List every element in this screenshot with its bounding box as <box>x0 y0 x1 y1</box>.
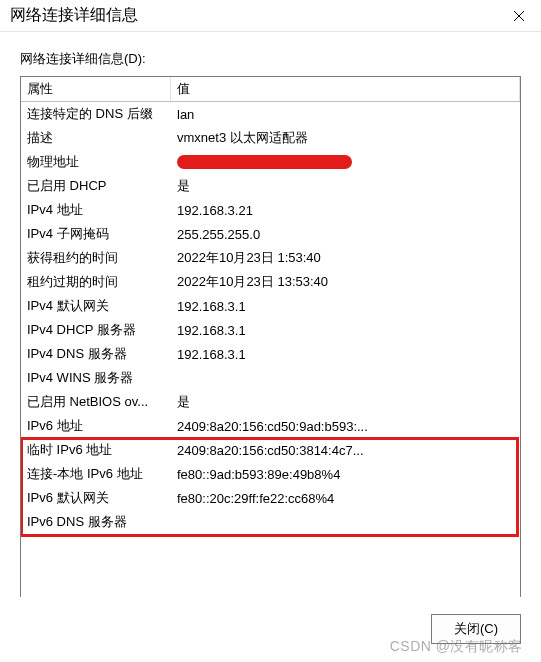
table-row[interactable]: 获得租约的时间2022年10月23日 1:53:40 <box>21 246 520 270</box>
property-cell: IPv4 默认网关 <box>21 297 171 315</box>
property-cell: IPv6 地址 <box>21 417 171 435</box>
table-row[interactable]: 租约过期的时间2022年10月23日 13:53:40 <box>21 270 520 294</box>
value-cell: fe80::9ad:b593:89e:49b8%4 <box>171 467 520 482</box>
table-row[interactable]: 连接特定的 DNS 后缀lan <box>21 102 520 126</box>
value-cell: 255.255.255.0 <box>171 227 520 242</box>
section-label: 网络连接详细信息(D): <box>20 50 521 68</box>
table-row[interactable]: 已启用 NetBIOS ov...是 <box>21 390 520 414</box>
table-row[interactable]: IPv4 DHCP 服务器192.168.3.1 <box>21 318 520 342</box>
value-cell: vmxnet3 以太网适配器 <box>171 129 520 147</box>
table-row[interactable]: 连接-本地 IPv6 地址fe80::9ad:b593:89e:49b8%4 <box>21 462 520 486</box>
table-row[interactable]: 已启用 DHCP是 <box>21 174 520 198</box>
table-row[interactable]: IPv4 默认网关192.168.3.1 <box>21 294 520 318</box>
table-body: 连接特定的 DNS 后缀lan描述vmxnet3 以太网适配器物理地址已启用 D… <box>21 102 520 534</box>
property-cell: IPv4 DHCP 服务器 <box>21 321 171 339</box>
value-cell: lan <box>171 107 520 122</box>
table-row[interactable]: IPv6 DNS 服务器 <box>21 510 520 534</box>
property-cell: 已启用 NetBIOS ov... <box>21 393 171 411</box>
property-cell: 临时 IPv6 地址 <box>21 441 171 459</box>
value-cell: 2409:8a20:156:cd50:3814:4c7... <box>171 443 520 458</box>
property-cell: 已启用 DHCP <box>21 177 171 195</box>
table-row[interactable]: 描述vmxnet3 以太网适配器 <box>21 126 520 150</box>
table-row[interactable]: IPv4 DNS 服务器192.168.3.1 <box>21 342 520 366</box>
close-icon[interactable] <box>496 0 541 32</box>
table-row[interactable]: 临时 IPv6 地址2409:8a20:156:cd50:3814:4c7... <box>21 438 520 462</box>
value-cell: 2022年10月23日 13:53:40 <box>171 273 520 291</box>
redacted-bar <box>177 155 352 169</box>
property-cell: IPv4 DNS 服务器 <box>21 345 171 363</box>
property-cell: IPv4 子网掩码 <box>21 225 171 243</box>
value-cell: 是 <box>171 393 520 411</box>
value-cell: 2409:8a20:156:cd50:9ad:b593:... <box>171 419 520 434</box>
value-cell: 192.168.3.1 <box>171 323 520 338</box>
table-header: 属性 值 <box>21 77 520 102</box>
property-cell: IPv4 地址 <box>21 201 171 219</box>
property-cell: 物理地址 <box>21 153 171 171</box>
close-button[interactable]: 关闭(C) <box>431 614 521 644</box>
details-table: 属性 值 连接特定的 DNS 后缀lan描述vmxnet3 以太网适配器物理地址… <box>20 76 521 597</box>
content-area: 网络连接详细信息(D): 属性 值 连接特定的 DNS 后缀lan描述vmxne… <box>0 32 541 607</box>
property-cell: 获得租约的时间 <box>21 249 171 267</box>
value-cell: 192.168.3.21 <box>171 203 520 218</box>
window-title: 网络连接详细信息 <box>10 5 138 26</box>
property-cell: IPv4 WINS 服务器 <box>21 369 171 387</box>
property-cell: 租约过期的时间 <box>21 273 171 291</box>
value-cell: fe80::20c:29ff:fe22:cc68%4 <box>171 491 520 506</box>
table-row[interactable]: IPv4 地址192.168.3.21 <box>21 198 520 222</box>
value-cell <box>171 155 520 169</box>
property-cell: IPv6 默认网关 <box>21 489 171 507</box>
table-row[interactable]: IPv6 默认网关fe80::20c:29ff:fe22:cc68%4 <box>21 486 520 510</box>
property-cell: IPv6 DNS 服务器 <box>21 513 171 531</box>
header-property[interactable]: 属性 <box>21 77 171 101</box>
table-row[interactable]: IPv6 地址2409:8a20:156:cd50:9ad:b593:... <box>21 414 520 438</box>
value-cell: 192.168.3.1 <box>171 347 520 362</box>
table-row[interactable]: IPv4 WINS 服务器 <box>21 366 520 390</box>
value-cell: 2022年10月23日 1:53:40 <box>171 249 520 267</box>
dialog-footer: 关闭(C) <box>431 614 521 644</box>
header-value[interactable]: 值 <box>171 77 520 101</box>
property-cell: 描述 <box>21 129 171 147</box>
property-cell: 连接-本地 IPv6 地址 <box>21 465 171 483</box>
table-row[interactable]: 物理地址 <box>21 150 520 174</box>
table-row[interactable]: IPv4 子网掩码255.255.255.0 <box>21 222 520 246</box>
titlebar: 网络连接详细信息 <box>0 0 541 32</box>
value-cell: 是 <box>171 177 520 195</box>
value-cell: 192.168.3.1 <box>171 299 520 314</box>
property-cell: 连接特定的 DNS 后缀 <box>21 105 171 123</box>
